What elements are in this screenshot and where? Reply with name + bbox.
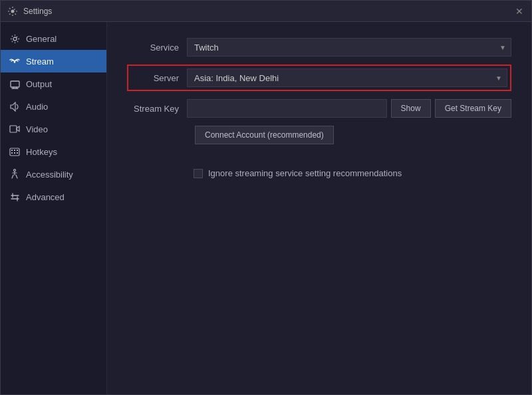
svg-rect-9 [11, 152, 13, 154]
service-select[interactable]: Twitch YouTube Facebook Live [187, 38, 511, 57]
general-icon [9, 33, 21, 45]
sidebar-item-advanced[interactable]: Advanced [1, 186, 106, 208]
sidebar-label-stream: Stream [26, 57, 54, 66]
service-label: Service [127, 43, 187, 53]
sidebar-item-accessibility[interactable]: Accessibility [1, 163, 106, 186]
svg-rect-3 [11, 81, 19, 87]
advanced-icon [9, 191, 21, 203]
sidebar-item-output[interactable]: Output [1, 72, 106, 95]
close-button[interactable]: ✕ [514, 6, 525, 17]
hotkeys-icon [9, 146, 21, 158]
titlebar-title: Settings [23, 7, 52, 16]
sidebar-label-general: General [26, 34, 57, 44]
streamkey-row: Stream Key Show Get Stream Key [127, 99, 511, 118]
settings-window: Settings ✕ General [0, 0, 532, 395]
svg-rect-8 [17, 150, 18, 151]
service-select-wrapper: Twitch YouTube Facebook Live ▼ [187, 38, 511, 57]
svg-rect-7 [14, 150, 15, 151]
video-icon [9, 123, 21, 135]
sidebar-label-accessibility: Accessibility [26, 170, 73, 180]
svg-rect-11 [17, 152, 18, 154]
settings-window-icon [7, 6, 18, 17]
server-select[interactable]: Asia: India, New Delhi Asia: India, Mumb… [187, 68, 507, 87]
svg-rect-6 [11, 150, 13, 151]
server-select-wrapper: Asia: India, New Delhi Asia: India, Mumb… [187, 68, 507, 87]
svg-point-1 [13, 37, 17, 41]
audio-icon [9, 100, 21, 112]
sidebar-item-stream[interactable]: Stream [1, 50, 106, 72]
connect-account-row: Connect Account (recommended) [127, 126, 511, 158]
sidebar: General Stream [1, 22, 107, 394]
streamkey-input[interactable] [187, 99, 387, 118]
sidebar-label-advanced: Advanced [26, 192, 65, 202]
show-button[interactable]: Show [391, 99, 431, 118]
sidebar-item-audio[interactable]: Audio [1, 95, 106, 118]
svg-rect-4 [10, 126, 17, 132]
titlebar: Settings ✕ [1, 1, 531, 22]
sidebar-label-video: Video [26, 124, 48, 134]
sidebar-item-video[interactable]: Video [1, 118, 106, 140]
svg-point-12 [14, 170, 16, 172]
sidebar-item-hotkeys[interactable]: Hotkeys [1, 140, 106, 163]
sidebar-label-hotkeys: Hotkeys [26, 147, 57, 157]
connect-account-button[interactable]: Connect Account (recommended) [195, 126, 334, 144]
get-stream-key-button[interactable]: Get Stream Key [435, 99, 511, 118]
streamkey-label: Stream Key [127, 104, 187, 114]
stream-icon [9, 55, 21, 67]
server-label: Server [131, 73, 187, 83]
ignore-settings-checkbox[interactable] [194, 169, 203, 178]
svg-rect-5 [10, 148, 19, 156]
service-field: Twitch YouTube Facebook Live ▼ [187, 38, 511, 57]
sidebar-item-general[interactable]: General [1, 27, 106, 50]
svg-point-0 [11, 9, 15, 13]
sidebar-label-audio: Audio [26, 102, 48, 112]
accessibility-icon [9, 168, 21, 180]
output-icon [9, 78, 21, 90]
ignore-settings-row: Ignore streaming service setting recomme… [194, 168, 511, 178]
service-row: Service Twitch YouTube Facebook Live ▼ [127, 38, 511, 57]
ignore-settings-label: Ignore streaming service setting recomme… [208, 168, 402, 178]
svg-point-2 [14, 61, 16, 63]
content-panel: Service Twitch YouTube Facebook Live ▼ S… [107, 22, 531, 394]
server-row-highlighted: Server Asia: India, New Delhi Asia: Indi… [127, 65, 511, 91]
sidebar-label-output: Output [26, 79, 52, 89]
main-content: General Stream [1, 22, 531, 394]
titlebar-left: Settings [7, 6, 52, 17]
svg-rect-10 [14, 152, 15, 154]
